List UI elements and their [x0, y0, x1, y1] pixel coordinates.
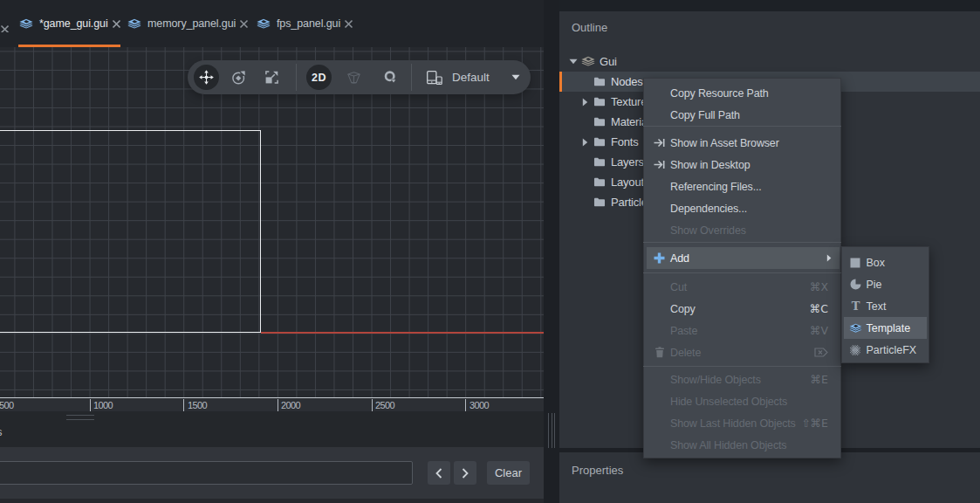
rotate-icon: [232, 71, 245, 85]
find-previous-button[interactable]: [428, 461, 450, 485]
menu-item-shortcut: ⌘X: [810, 280, 828, 293]
tree-row-label: Nodes: [611, 75, 643, 88]
folder-icon: [593, 156, 606, 168]
ruler-tick: [278, 399, 278, 412]
menu-item-label: Show/Hide Objects: [670, 374, 761, 386]
menu-item-copy-full-path[interactable]: Copy Full Path: [647, 104, 840, 126]
tree-row-label: Gui: [600, 55, 617, 68]
submenu-arrow-icon: [826, 254, 832, 262]
refresh-icon: [382, 71, 398, 84]
tree-row-label: Fonts: [611, 135, 639, 148]
ruler-label: 500: [0, 400, 14, 411]
tab-bar: *game_gui.gui memory_panel.gui fps_panel…: [0, 0, 544, 47]
2d-mode-button[interactable]: 2D: [306, 65, 332, 90]
menu-item-label: Show in Desktop: [670, 159, 750, 171]
clear-console-button[interactable]: Clear: [487, 461, 530, 485]
menu-item-label: Delete: [670, 347, 701, 359]
particlefx-icon: [849, 343, 862, 356]
chevron-down-icon[interactable]: [511, 74, 520, 80]
menu-item-copy-resource-path[interactable]: Copy Resource Path: [647, 82, 840, 104]
outline-panel-title: Outline: [572, 21, 607, 34]
tree-row-gui[interactable]: Gui: [559, 52, 980, 72]
menu-item-add[interactable]: Add: [647, 247, 840, 269]
add-plus-icon: [653, 252, 666, 265]
expand-arrow-right-icon[interactable]: [582, 138, 588, 147]
menu-item-shortcut: ⌘E: [811, 373, 828, 386]
menu-item-delete: Delete: [647, 341, 840, 363]
frustum-culling-button[interactable]: [341, 65, 367, 90]
menu-item-label: Add: [670, 252, 689, 265]
expand-arrow-right-icon[interactable]: [582, 98, 588, 107]
menu-item-label: Show Overrides: [670, 224, 746, 237]
menu-item-label: Cut: [670, 281, 687, 293]
device-profile-icon: [421, 65, 447, 90]
menu-item-label: Show All Hidden Objects: [670, 439, 786, 451]
context-menu: Copy Resource Path Copy Full Path Show i…: [643, 78, 841, 458]
svg-text:T: T: [851, 300, 860, 312]
console-search-input[interactable]: [0, 461, 413, 485]
vertical-split-handle[interactable]: [548, 413, 555, 448]
find-next-button[interactable]: [454, 461, 476, 485]
tab-memory-panel[interactable]: memory_panel.gui: [127, 0, 249, 47]
submenu-item-pie[interactable]: Pie: [844, 273, 927, 295]
scale-tool-button[interactable]: [259, 65, 284, 90]
console-toolbar: Clear: [0, 447, 544, 499]
clipped-panel-tab-label: s: [0, 425, 3, 438]
template-icon: [849, 321, 862, 334]
properties-panel-title: Properties: [572, 464, 623, 477]
tab-close-icon[interactable]: [112, 19, 121, 29]
menu-item-referencing-files[interactable]: Referencing Files...: [647, 176, 840, 197]
menu-item-label: Copy Resource Path: [670, 87, 769, 100]
toolbar-separator: [296, 64, 297, 91]
menu-item-label: Paste: [670, 325, 697, 337]
menu-item-dependencies[interactable]: Dependencies...: [647, 197, 840, 219]
chevron-left-icon: [435, 468, 442, 479]
expand-arrow-down-icon[interactable]: [569, 59, 578, 65]
menu-item-show-overrides: Show Overrides: [647, 219, 840, 241]
menu-item-show-last-hidden: Show Last Hidden Objects ⇧⌘E: [647, 412, 840, 434]
tree-row-label: Layers: [611, 155, 644, 169]
refresh-view-button[interactable]: [377, 65, 402, 90]
tab-close-icon[interactable]: [344, 19, 353, 29]
menu-item-label: Show in Asset Browser: [670, 137, 779, 149]
submenu-item-box[interactable]: Box: [844, 252, 927, 273]
menu-item-label: Referencing Files...: [670, 181, 762, 193]
menu-item-copy[interactable]: Copy ⌘C: [647, 298, 840, 320]
menu-item-cut: Cut ⌘X: [647, 276, 840, 298]
menu-item-label: Show Last Hidden Objects: [670, 417, 796, 430]
folder-icon: [593, 96, 606, 107]
show-in-icon: [653, 158, 666, 171]
x-axis-line: [261, 332, 544, 333]
submenu-item-label: Text: [867, 300, 887, 313]
ruler-tick: [90, 399, 91, 412]
box-icon: [849, 256, 862, 269]
horizontal-split-handle[interactable]: [66, 415, 94, 420]
pie-icon: [849, 278, 862, 291]
menu-item-label: Copy: [670, 303, 696, 315]
menu-separator: [643, 272, 841, 273]
profile-dropdown[interactable]: Default: [452, 60, 490, 94]
move-tool-button[interactable]: [194, 65, 219, 90]
tab-fps-panel[interactable]: fps_panel.gui: [257, 0, 353, 47]
menu-item-shortcut: ⌘C: [810, 302, 828, 315]
submenu-item-label: Pie: [867, 279, 882, 291]
toolbar-separator: [411, 64, 412, 91]
folder-icon: [593, 196, 606, 208]
menu-item-show-in-asset-browser[interactable]: Show in Asset Browser: [647, 132, 840, 154]
scale-icon: [265, 71, 278, 84]
overflow-tab-close-button[interactable]: [0, 22, 9, 32]
submenu-item-template[interactable]: Template: [844, 317, 927, 339]
ruler-label: 1500: [188, 400, 207, 411]
submenu-item-particlefx[interactable]: ParticleFX: [844, 339, 927, 361]
rotate-tool-button[interactable]: [226, 65, 251, 90]
tab-close-icon[interactable]: [239, 19, 249, 29]
tab-game-gui[interactable]: *game_gui.gui: [19, 0, 121, 47]
2d-mode-label: 2D: [312, 72, 326, 84]
submenu-item-text[interactable]: T Text: [844, 295, 927, 317]
scene-toolbar: 2D Default: [188, 60, 531, 94]
menu-item-show-hide-objects: Show/Hide Objects ⌘E: [647, 369, 840, 390]
add-submenu: Box Pie T Text Template ParticleFX: [841, 246, 929, 363]
close-icon: [0, 24, 9, 32]
scene-viewport[interactable]: [0, 47, 544, 397]
menu-item-show-in-desktop[interactable]: Show in Desktop: [647, 154, 840, 176]
